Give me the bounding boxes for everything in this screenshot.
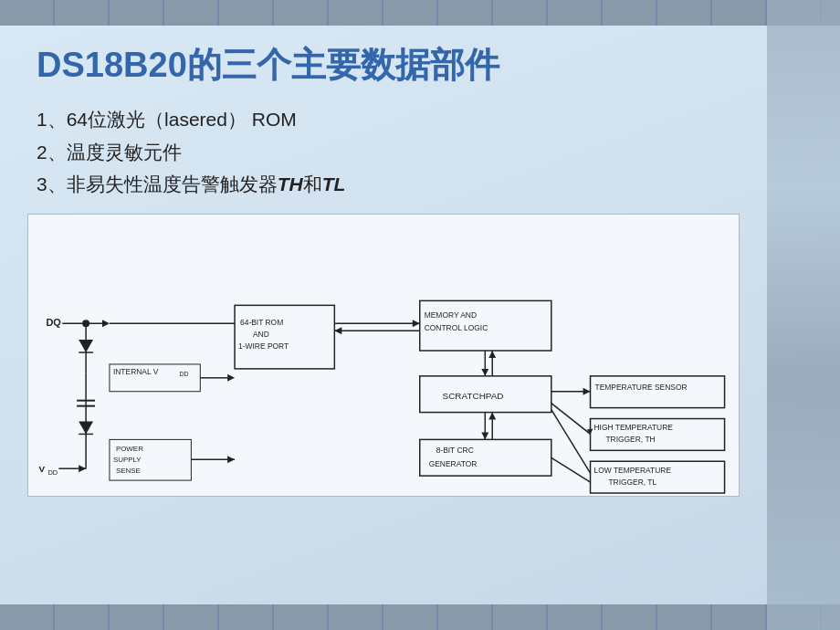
svg-text:SUPPLY: SUPPLY — [113, 456, 142, 464]
svg-text:INTERNAL V: INTERNAL V — [113, 367, 159, 376]
bullet-item-1: 1、64位激光（lasered） ROM — [37, 103, 749, 136]
bullet-text-2: 温度灵敏元件 — [67, 142, 182, 163]
brick-bottom-bar — [0, 604, 840, 630]
bullet-item-2: 2、温度灵敏元件 — [37, 136, 749, 169]
dq-label: DQ — [46, 317, 61, 328]
svg-text:GENERATOR: GENERATOR — [429, 459, 478, 468]
svg-text:TRIGGER, TH: TRIGGER, TH — [605, 435, 655, 444]
svg-text:MEMORY AND: MEMORY AND — [425, 310, 477, 320]
svg-text:1-WIRE PORT: 1-WIRE PORT — [238, 341, 289, 351]
brick-top-bar — [0, 0, 840, 26]
svg-text:DD: DD — [179, 371, 188, 377]
bullet-and: 和 — [303, 173, 322, 194]
block-diagram: DQ INTERNAL V DD 64-BIT ROM AND 1-WIRE P… — [27, 214, 740, 497]
svg-text:8-BIT CRC: 8-BIT CRC — [436, 446, 474, 455]
page-title: DS18B20的三个主要数据部件 — [37, 42, 749, 89]
bullet-item-3: 3、非易失性温度告警触发器TH和TL — [37, 168, 749, 201]
svg-text:DD: DD — [47, 468, 58, 477]
svg-text:SENSE: SENSE — [116, 467, 141, 475]
svg-text:TEMPERATURE SENSOR: TEMPERATURE SENSOR — [594, 383, 687, 392]
main-content: DS18B20的三个主要数据部件 1、64位激光（lasered） ROM 2、… — [0, 26, 767, 604]
svg-text:TRIGGER, TL: TRIGGER, TL — [608, 478, 656, 487]
svg-text:SCRATCHPAD: SCRATCHPAD — [443, 391, 504, 401]
svg-text:POWER: POWER — [116, 445, 143, 453]
bullet-text-3: 非易失性温度告警触发器 — [67, 173, 278, 194]
bullet-number-2: 2、 — [37, 142, 67, 163]
svg-text:64-BIT ROM: 64-BIT ROM — [240, 318, 283, 327]
svg-text:CONTROL LOGIC: CONTROL LOGIC — [425, 323, 488, 332]
svg-text:HIGH TEMPERATURE: HIGH TEMPERATURE — [594, 424, 674, 433]
bullet-th: TH — [278, 173, 303, 194]
bullet-number-1: 1、 — [37, 109, 67, 130]
diagram-svg: DQ INTERNAL V DD 64-BIT ROM AND 1-WIRE P… — [28, 215, 739, 496]
title-product: DS18B20 — [37, 46, 187, 84]
title-description: 的三个主要数据部件 — [187, 46, 499, 84]
svg-text:V: V — [38, 464, 45, 474]
svg-text:AND: AND — [253, 330, 269, 339]
bullet-number-3: 3、 — [37, 173, 67, 194]
svg-rect-0 — [30, 215, 738, 496]
bullet-text-1: 64位激光（lasered） ROM — [67, 109, 297, 130]
right-decoration — [767, 0, 840, 630]
bullet-list: 1、64位激光（lasered） ROM 2、温度灵敏元件 3、非易失性温度告警… — [37, 103, 749, 201]
svg-text:LOW TEMPERATURE: LOW TEMPERATURE — [594, 466, 672, 475]
bullet-tl: TL — [322, 173, 346, 194]
